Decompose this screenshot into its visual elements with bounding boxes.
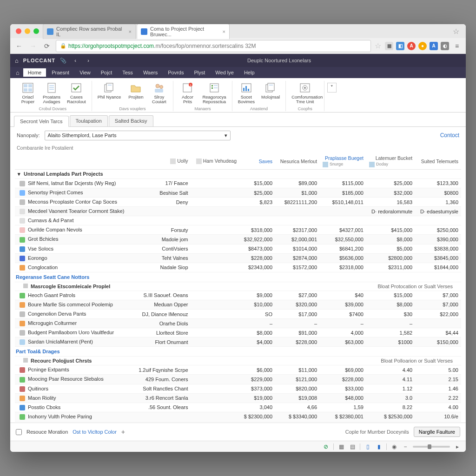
info-icon[interactable]: ◉: [390, 443, 398, 450]
section-header[interactable]: Part Toal& Drages: [15, 347, 461, 357]
column-header[interactable]: Nesurica Merlout: [275, 153, 320, 170]
ribbon-button[interactable]: Phil Nyance: [95, 81, 124, 106]
app-icon[interactable]: ⌂: [13, 69, 22, 76]
forward-button[interactable]: →: [28, 41, 38, 51]
table-row[interactable]: Congenolion Derva PantsDJ, Diance IMenou…: [15, 310, 461, 319]
ribbon-button[interactable]: SocetBovimes: [235, 81, 258, 106]
extension-icon[interactable]: A: [407, 42, 416, 50]
table-row[interactable]: Vse SolocsContiVsiers$8473,000$1014,000$…: [15, 244, 461, 253]
app-tab[interactable]: Toulapation: [70, 115, 108, 126]
app-tab[interactable]: Salted Backsy: [109, 115, 153, 126]
minimize-window-icon[interactable]: [25, 28, 30, 34]
table-row[interactable]: Curnavs & Ad Panxt: [15, 216, 461, 225]
zoom-in-icon[interactable]: ▸: [454, 443, 461, 450]
table-row[interactable]: Mecdeel Vaonent Toearior Cormont Stake)D…: [15, 207, 461, 216]
reload-button[interactable]: ⟳: [42, 41, 52, 51]
table-row[interactable]: Posstio Cboks.56 Sount. Olears3,0404,661…: [15, 403, 461, 412]
menu-item-povrds[interactable]: Povrds: [163, 68, 188, 77]
column-header[interactable]: [15, 153, 133, 170]
menu-item-view[interactable]: View: [75, 68, 95, 77]
ribbon-button[interactable]: Molojnsal: [258, 81, 283, 106]
menu-item-waers[interactable]: Waers: [139, 68, 162, 77]
view-detail-icon[interactable]: ▯: [364, 443, 371, 450]
expand-icon[interactable]: ▾: [18, 171, 22, 177]
table-row[interactable]: EorongoTeht Valnes$228,000$2874,000$5636…: [15, 253, 461, 263]
window-controls[interactable]: [14, 28, 43, 34]
add-button[interactable]: +: [121, 428, 125, 436]
extension-icon[interactable]: ◧: [396, 42, 404, 50]
section-header[interactable]: Regeranse Seatt Cane Nottors: [15, 272, 461, 282]
bookmark-star-icon[interactable]: ☆: [450, 27, 462, 36]
close-tab-icon[interactable]: ×: [129, 29, 132, 34]
ribbon-button[interactable]: 1AdcorPrits: [176, 81, 198, 106]
column-header[interactable]: Suited Telemuets: [415, 153, 461, 170]
zoom-out-icon[interactable]: −: [402, 443, 409, 450]
zoom-slider[interactable]: [413, 446, 450, 448]
table-row[interactable]: Heoch Gaant PatrolsS.III Saouef. Oeans$9…: [15, 291, 461, 300]
status-check-icon[interactable]: ⊘: [322, 443, 330, 450]
ribbon-button[interactable]: CaxesRacrolout: [64, 81, 89, 106]
filter-select[interactable]: Alaito Sithemplord, Lase Parts ▾: [45, 131, 231, 140]
column-header[interactable]: Latemuer BucketDoday: [366, 153, 415, 170]
url-input[interactable]: 🔒 https://orgohprootspotmpcject.com .m/f…: [56, 40, 371, 52]
favorite-icon[interactable]: ☆: [375, 41, 381, 50]
ribbon-button[interactable]: ProatansAvdages: [40, 81, 63, 106]
extension-icon[interactable]: ●: [418, 42, 427, 50]
table-row[interactable]: Inohorry Vulth Prolee Paring$ $2300,000$…: [15, 412, 461, 421]
footer-checkbox[interactable]: [16, 429, 22, 435]
table-row[interactable]: Maon Riolity3.r6 Rencort Sanla$19,000$19…: [15, 393, 461, 403]
ribbon-button[interactable]: ReagorocyaRepossctua: [199, 81, 229, 106]
table-row[interactable]: Pcninge Extpamts1.2uif Fqynishe Scrpe$6,…: [15, 365, 461, 375]
extension-icon[interactable]: ◐: [441, 42, 449, 50]
column-header[interactable]: Saves: [239, 153, 275, 170]
menu-item-pojct[interactable]: Pojct: [96, 68, 117, 77]
view-grid-icon[interactable]: ▤: [349, 443, 356, 450]
close-tab-icon[interactable]: ×: [223, 29, 225, 34]
menu-item-tess[interactable]: Tess: [118, 68, 138, 77]
table-row[interactable]: Boure Marlle Sis commecol PoolemipMeduan…: [15, 300, 461, 309]
extension-icon[interactable]: A: [430, 42, 438, 50]
next-icon[interactable]: ›: [84, 58, 93, 63]
table-row[interactable]: ConglocationNadale Siop$2343,000$1572,00…: [15, 263, 461, 272]
menu-item-help[interactable]: Help: [239, 68, 259, 77]
footer-action-button[interactable]: Narglle Faulture: [414, 427, 460, 437]
table-row[interactable]: Meconss Prcoplaste Contor Cap SocesDeny$…: [15, 198, 461, 207]
browser-tab-0[interactable]: Compliec Row sames Probal IL ×: [43, 24, 136, 39]
home-icon[interactable]: ⌂: [15, 57, 19, 64]
browser-tab-1[interactable]: Coma to Project Project Bruwec... ×: [137, 24, 230, 39]
ribbon-dropdown-icon[interactable]: ˅: [327, 83, 337, 93]
close-window-icon[interactable]: [16, 28, 21, 34]
view-list-icon[interactable]: ▦: [337, 443, 345, 450]
menu-item-praesnt[interactable]: Praesnt: [47, 68, 74, 77]
table-row[interactable]: Ourilde Compan NevolsForsuty$318,000$231…: [15, 225, 461, 235]
contact-link[interactable]: Contoct: [440, 132, 459, 139]
column-header[interactable]: Uolly: [133, 153, 191, 170]
column-header[interactable]: Praplasse BuegetSnurge: [320, 153, 366, 170]
table-row[interactable]: Silf Nemi, latnut Bar Dcjersts (Wy Reg)1…: [15, 178, 461, 188]
maximize-window-icon[interactable]: [33, 28, 39, 34]
ribbon-button[interactable]: ComforunsationTme Unit: [289, 81, 321, 106]
table-row[interactable]: Moocing Psar Resource Slebalos429 Fourn.…: [15, 375, 461, 384]
table-row[interactable]: QuitinorsSolt Ranctles Chant$373,000$820…: [15, 384, 461, 393]
menu-item-home[interactable]: Home: [23, 68, 46, 77]
table-row[interactable]: Budgent Pamllaoborn Uoro VaultfedurLlorl…: [15, 328, 461, 337]
footer-link[interactable]: Ost to Vicltop Color: [73, 429, 117, 435]
prev-icon[interactable]: ‹: [71, 58, 79, 63]
extension-icon[interactable]: ▦: [385, 42, 393, 50]
menu-icon[interactable]: ≡: [452, 41, 462, 51]
table-row[interactable]: Grot BchiclesMadole jom$32,922,000$2,000…: [15, 235, 461, 244]
table-row[interactable]: Sardan UniclaMarrent (Pent)Flort Onurnan…: [15, 337, 461, 347]
menu-item-plyst[interactable]: Plyst: [190, 68, 210, 77]
menu-item-wed lye[interactable]: Wed lye: [211, 68, 238, 77]
table-row[interactable]: Senortsy Project ComesBeshise Salt$25,00…: [15, 188, 461, 197]
ribbon-button[interactable]: OriaclProper: [17, 81, 39, 106]
attach-icon[interactable]: 📎: [60, 58, 66, 64]
group-header-row[interactable]: ▾ Untronal Lemplads Part Projects: [15, 169, 461, 178]
view-compact-icon[interactable]: ▮: [375, 443, 383, 450]
column-header[interactable]: Ham Vehudeag: [191, 153, 240, 170]
ribbon-button[interactable]: SlroyCouiart: [148, 81, 170, 106]
app-tab[interactable]: Secront Veln Tarcs: [14, 116, 69, 127]
back-button[interactable]: ←: [14, 41, 24, 51]
table-row[interactable]: Mlcrogugin ColturmerOrarhe Diols––––: [15, 319, 461, 328]
ribbon-button[interactable]: Projiten: [125, 81, 147, 106]
